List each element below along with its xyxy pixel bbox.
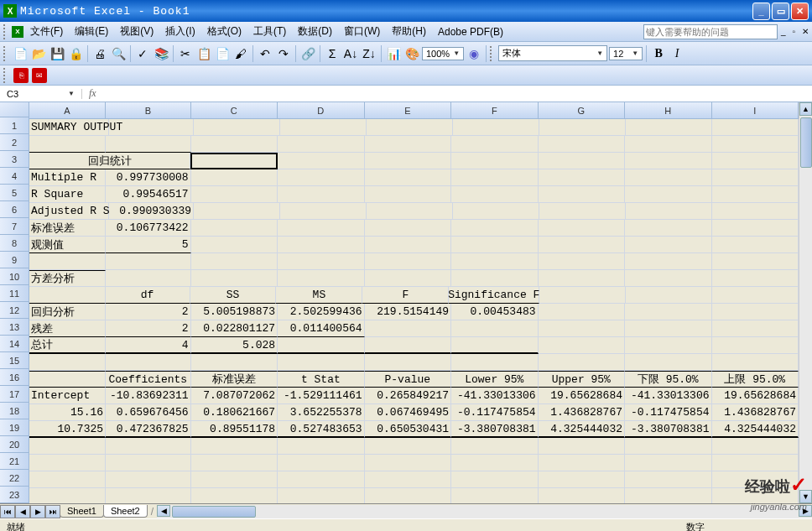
sort-desc-icon[interactable]: Z↓ (361, 45, 377, 62)
spell-icon[interactable]: ✓ (134, 45, 151, 62)
menu-tools[interactable]: 工具(T) (248, 23, 291, 40)
cell-G9[interactable] (539, 253, 625, 270)
cell-C19[interactable]: 0.89551178 (191, 421, 278, 438)
cell-B23[interactable] (106, 488, 191, 503)
cell-G20[interactable] (539, 438, 625, 455)
cell-G2[interactable] (539, 136, 625, 153)
cell-F15[interactable] (451, 354, 538, 371)
row-head-11[interactable]: 11 (0, 285, 29, 302)
cell-H6[interactable] (626, 203, 712, 220)
cell-I21[interactable] (712, 455, 799, 471)
cell-A4[interactable]: Multiple R (29, 169, 106, 186)
menu-help[interactable]: 帮助(H) (387, 23, 431, 40)
cell-I17[interactable]: 19.65628684 (712, 388, 799, 404)
cell-B18[interactable]: 0.659676456 (106, 404, 191, 421)
cell-C5[interactable] (191, 186, 278, 203)
cell-I10[interactable] (712, 270, 799, 287)
sort-asc-icon[interactable]: A↓ (342, 45, 359, 62)
row-head-7[interactable]: 7 (0, 218, 29, 235)
col-head-D[interactable]: D (278, 102, 364, 118)
row-head-18[interactable]: 18 (0, 403, 29, 419)
cell-G5[interactable] (539, 186, 625, 203)
col-head-E[interactable]: E (365, 102, 451, 118)
cell-A23[interactable] (29, 488, 106, 503)
cell-E12[interactable]: 219.5154149 (365, 304, 451, 320)
research-icon[interactable]: 📚 (153, 45, 169, 62)
cell-D10[interactable] (278, 270, 364, 287)
row-head-9[interactable]: 9 (0, 252, 29, 268)
row-head-10[interactable]: 10 (0, 268, 29, 285)
row-head-21[interactable]: 21 (0, 453, 29, 470)
cell-A13[interactable]: 残差 (29, 320, 106, 337)
cell-C4[interactable] (191, 169, 278, 186)
cell-E22[interactable] (365, 471, 451, 488)
cell-F20[interactable] (451, 438, 538, 455)
cell-B15[interactable] (106, 354, 191, 371)
cell-F7[interactable] (451, 220, 538, 237)
cell-C14[interactable]: 5.028 (191, 337, 278, 354)
cell-A16[interactable] (29, 371, 106, 388)
save-icon[interactable]: 💾 (49, 45, 65, 62)
cell-I7[interactable] (712, 220, 799, 237)
cell-G8[interactable] (539, 237, 625, 253)
cell-D21[interactable] (278, 455, 364, 471)
cell-E10[interactable] (365, 270, 451, 287)
cell-G4[interactable] (539, 169, 625, 186)
font-select[interactable]: 宋体 ▼ (498, 45, 607, 61)
cell-G19[interactable]: 4.325444032 (539, 421, 625, 438)
cell-F13[interactable] (451, 320, 538, 337)
cell-C18[interactable]: 0.180621667 (191, 404, 278, 421)
new-icon[interactable]: 📄 (12, 45, 29, 62)
cell-C7[interactable] (191, 220, 278, 237)
cell-F6[interactable] (453, 203, 539, 220)
cell-I8[interactable] (712, 237, 799, 253)
vertical-scrollbar[interactable]: ▲ ▼ (799, 102, 812, 503)
toolbar-handle[interactable] (490, 46, 495, 61)
cell-D14[interactable] (278, 337, 364, 354)
cell-D9[interactable] (278, 253, 364, 270)
cell-G18[interactable]: 1.436828767 (539, 404, 625, 421)
col-head-G[interactable]: G (539, 102, 625, 118)
cell-C12[interactable]: 5.005198873 (191, 304, 278, 320)
cell-E20[interactable] (365, 438, 451, 455)
cell-H19[interactable]: -3.380708381 (625, 421, 711, 438)
cell-C15[interactable] (191, 354, 278, 371)
cell-A9[interactable] (29, 253, 106, 270)
cell-E16[interactable]: P-value (365, 371, 451, 388)
cell-A11[interactable] (29, 287, 106, 304)
cell-C23[interactable] (191, 488, 278, 503)
scroll-thumb[interactable] (800, 117, 812, 168)
cell-B5[interactable]: 0.99546517 (106, 186, 191, 203)
name-box[interactable]: C3 ▼ (0, 89, 82, 99)
cell-E15[interactable] (365, 354, 451, 371)
bold-button[interactable]: B (650, 45, 667, 62)
cell-H7[interactable] (625, 220, 711, 237)
cell-H13[interactable] (625, 320, 711, 337)
last-sheet-button[interactable]: ⏭ (45, 505, 60, 518)
cell-E17[interactable]: 0.265849217 (365, 388, 451, 404)
cell-E1[interactable] (367, 119, 453, 136)
pdf-mail-icon[interactable]: ✉ (32, 68, 47, 83)
preview-icon[interactable]: 🔍 (110, 45, 127, 62)
next-sheet-button[interactable]: ▶ (30, 505, 45, 518)
cell-F23[interactable] (451, 488, 538, 503)
close-button[interactable]: ✕ (791, 3, 809, 20)
cell-H16[interactable]: 下限 95.0% (625, 371, 711, 388)
cell-E6[interactable] (367, 203, 453, 220)
cell-E19[interactable]: 0.650530431 (365, 421, 451, 438)
menu-edit[interactable]: 编辑(E) (70, 23, 113, 40)
cell-H21[interactable] (625, 455, 711, 471)
cell-A5[interactable]: R Square (29, 186, 106, 203)
cell-A8[interactable]: 观测值 (29, 237, 106, 253)
cells-grid[interactable]: SUMMARY OUTPUT回归统计Multiple R0.997730008R… (29, 119, 799, 503)
cell-F22[interactable] (451, 471, 538, 488)
cell-I9[interactable] (712, 253, 799, 270)
cell-H17[interactable]: -41.33013306 (625, 388, 711, 404)
cell-I11[interactable] (712, 287, 799, 304)
cell-E11[interactable]: F (362, 287, 449, 304)
doc-restore-button[interactable]: ▫ (792, 27, 795, 36)
col-head-H[interactable]: H (625, 102, 711, 118)
menu-window[interactable]: 窗口(W) (339, 23, 385, 40)
cell-I12[interactable] (712, 304, 799, 320)
cell-A12[interactable]: 回归分析 (29, 304, 106, 320)
